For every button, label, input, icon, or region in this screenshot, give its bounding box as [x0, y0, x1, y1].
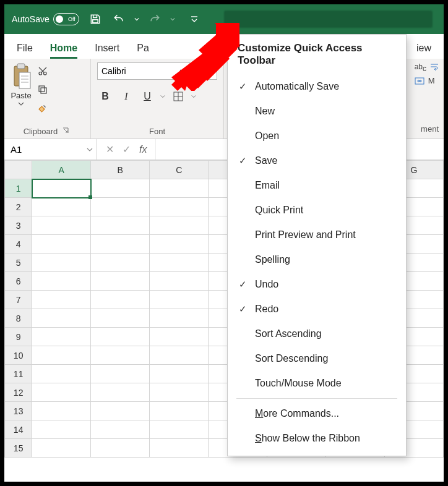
- tab-pagelayout-partial[interactable]: Pa: [137, 43, 149, 59]
- cell[interactable]: [150, 272, 209, 291]
- save-icon[interactable]: [85, 9, 105, 29]
- paste-button[interactable]: Paste: [11, 62, 32, 106]
- cell[interactable]: [32, 402, 91, 420]
- chevron-down-icon[interactable]: [160, 94, 165, 99]
- tab-home[interactable]: Home: [50, 43, 77, 59]
- chevron-down-icon[interactable]: [87, 147, 93, 152]
- cell[interactable]: [32, 346, 91, 365]
- cell[interactable]: [150, 439, 209, 458]
- cell[interactable]: [91, 179, 150, 198]
- menu-item-show-below-ribbon[interactable]: Show Below the Ribbon: [228, 426, 406, 451]
- tab-insert[interactable]: Insert: [95, 43, 119, 59]
- underline-button[interactable]: U: [139, 88, 155, 104]
- cell[interactable]: [32, 328, 91, 346]
- cell[interactable]: [150, 235, 209, 254]
- cut-icon[interactable]: [35, 64, 50, 79]
- row-header[interactable]: 7: [5, 291, 32, 309]
- menu-item[interactable]: ✓Save: [228, 148, 406, 173]
- font-name-select[interactable]: Calibri: [97, 62, 190, 80]
- cell[interactable]: [32, 383, 91, 402]
- cell[interactable]: [91, 383, 150, 402]
- name-box[interactable]: A1: [4, 139, 97, 160]
- cell[interactable]: [32, 309, 91, 328]
- redo-icon[interactable]: [145, 9, 165, 29]
- row-header[interactable]: 15: [5, 439, 32, 458]
- cell[interactable]: [32, 254, 91, 272]
- tab-review-partial[interactable]: iew: [416, 43, 431, 59]
- cell[interactable]: [91, 328, 150, 346]
- cell[interactable]: [32, 179, 91, 198]
- cell[interactable]: [32, 216, 91, 235]
- row-header[interactable]: 10: [5, 346, 32, 365]
- cell[interactable]: [91, 198, 150, 216]
- cell[interactable]: [150, 216, 209, 235]
- cell[interactable]: [150, 420, 209, 439]
- cell[interactable]: [91, 402, 150, 420]
- enter-formula-icon[interactable]: ✓: [123, 143, 131, 155]
- cell[interactable]: [32, 439, 91, 458]
- cell[interactable]: [91, 235, 150, 254]
- cell[interactable]: [150, 198, 209, 216]
- cell[interactable]: [150, 254, 209, 272]
- row-header[interactable]: 3: [5, 216, 32, 235]
- cell[interactable]: [91, 309, 150, 328]
- row-header[interactable]: 8: [5, 309, 32, 328]
- cell[interactable]: [91, 291, 150, 309]
- bold-button[interactable]: B: [97, 88, 113, 104]
- wrap-text-partial[interactable]: abc: [415, 62, 439, 71]
- tab-file[interactable]: File: [17, 43, 33, 59]
- row-header[interactable]: 4: [5, 235, 32, 254]
- menu-item-more-commands[interactable]: More Commands...: [228, 401, 406, 426]
- row-header[interactable]: 13: [5, 402, 32, 420]
- format-painter-icon[interactable]: [35, 101, 50, 116]
- cell[interactable]: [32, 272, 91, 291]
- menu-item[interactable]: New: [228, 99, 406, 124]
- cell[interactable]: [32, 235, 91, 254]
- menu-item[interactable]: ✓Redo: [228, 297, 406, 322]
- cell[interactable]: [150, 179, 209, 198]
- select-all-corner[interactable]: [5, 161, 32, 179]
- undo-icon[interactable]: [109, 9, 129, 29]
- cell[interactable]: [150, 328, 209, 346]
- menu-item[interactable]: Open: [228, 124, 406, 148]
- row-header[interactable]: 2: [5, 198, 32, 216]
- autosave-toggle[interactable]: AutoSave Off: [9, 13, 82, 25]
- cell[interactable]: [32, 198, 91, 216]
- menu-item[interactable]: Print Preview and Print: [228, 223, 406, 247]
- row-header[interactable]: 9: [5, 328, 32, 346]
- redo-dropdown-icon[interactable]: [168, 9, 177, 29]
- menu-item[interactable]: ✓Automatically Save: [228, 74, 406, 99]
- cell[interactable]: [150, 346, 209, 365]
- cell[interactable]: [91, 420, 150, 439]
- undo-dropdown-icon[interactable]: [132, 9, 141, 29]
- menu-item[interactable]: Quick Print: [228, 198, 406, 223]
- font-size-select[interactable]: 11: [192, 62, 217, 80]
- cell[interactable]: [150, 309, 209, 328]
- column-header[interactable]: B: [91, 161, 150, 179]
- italic-button[interactable]: I: [118, 88, 134, 104]
- cell[interactable]: [32, 291, 91, 309]
- cell[interactable]: [91, 439, 150, 458]
- cell[interactable]: [150, 402, 209, 420]
- menu-item[interactable]: Sort Descending: [228, 346, 406, 371]
- borders-button[interactable]: [170, 88, 186, 104]
- column-header[interactable]: C: [150, 161, 209, 179]
- row-header[interactable]: 6: [5, 272, 32, 291]
- toggle-switch[interactable]: Off: [53, 13, 79, 25]
- cell[interactable]: [32, 420, 91, 439]
- cell[interactable]: [91, 346, 150, 365]
- menu-item[interactable]: Sort Ascending: [228, 322, 406, 346]
- row-header[interactable]: 11: [5, 365, 32, 383]
- cell[interactable]: [150, 291, 209, 309]
- customize-qat-icon[interactable]: [187, 12, 202, 27]
- fx-icon[interactable]: fx: [139, 144, 147, 155]
- cancel-formula-icon[interactable]: ✕: [106, 143, 114, 155]
- chevron-down-icon[interactable]: [191, 94, 196, 99]
- menu-item[interactable]: Email: [228, 173, 406, 198]
- copy-icon[interactable]: [35, 82, 50, 97]
- cell[interactable]: [91, 216, 150, 235]
- menu-item[interactable]: Touch/Mouse Mode: [228, 371, 406, 396]
- menu-item[interactable]: ✓Undo: [228, 272, 406, 297]
- column-header[interactable]: A: [32, 161, 91, 179]
- row-header[interactable]: 12: [5, 383, 32, 402]
